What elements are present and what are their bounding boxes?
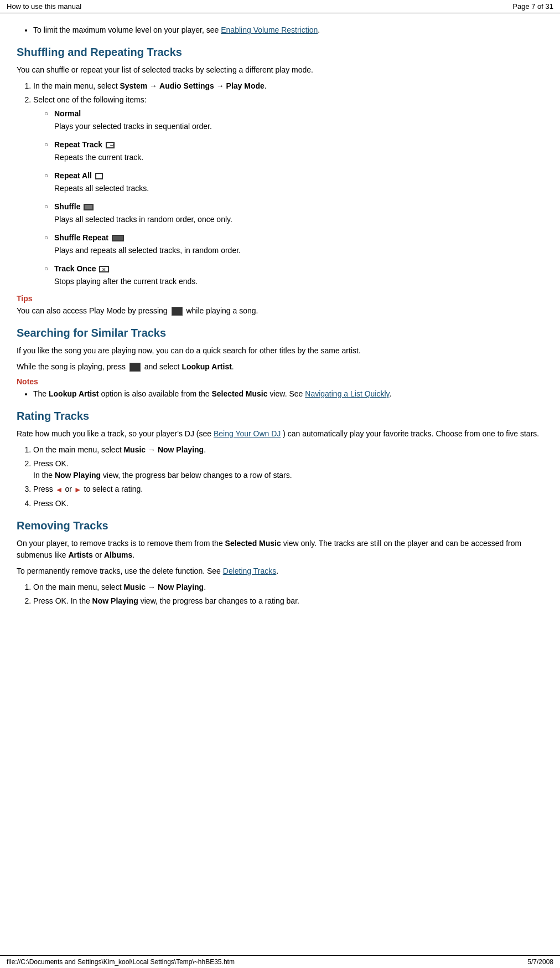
- footer-date: 5/7/2008: [527, 958, 553, 966]
- shuffling-sub-items: Normal Plays your selected tracks in seq…: [44, 108, 543, 287]
- notes-bullet-item: The Lookup Artist option is also availab…: [33, 388, 543, 400]
- repeat-track-icon: ↩: [106, 142, 115, 148]
- tips-label: Tips: [17, 294, 543, 303]
- removing-steps: On the main menu, select Music → Now Pla…: [33, 581, 543, 607]
- rating-intro: Rate how much you like a track, so your …: [17, 428, 543, 440]
- notes-label: Notes: [17, 377, 543, 386]
- searching-intro-p2: While the song is playing, press and sel…: [17, 361, 543, 373]
- shuffling-intro: You can shuffle or repeat your list of s…: [17, 64, 543, 76]
- sub-item-shuffle-repeat: Shuffle Repeat Plays and repeats all sel…: [44, 232, 543, 256]
- shuffle-repeat-icon: [112, 235, 124, 241]
- page-footer: file://C:\Documents and Settings\Kim_koo…: [0, 955, 560, 968]
- removing-step-2: Press OK. In the Now Playing view, the p…: [33, 595, 543, 607]
- shuffling-heading: Shuffling and Repeating Tracks: [17, 46, 543, 59]
- track-once-icon: ✕: [99, 266, 109, 272]
- rating-step-4: Press OK.: [33, 498, 543, 509]
- shuffling-section: Shuffling and Repeating Tracks You can s…: [17, 46, 543, 317]
- searching-heading: Searching for Similar Tracks: [17, 327, 543, 339]
- repeat-all-icon: [95, 173, 103, 179]
- searching-intro-p1: If you like the song you are playing now…: [17, 345, 543, 357]
- sub-item-repeat-all: Repeat All Repeats all selected tracks.: [44, 170, 543, 194]
- removing-intro-p2: To permanently remove tracks, use the de…: [17, 565, 543, 577]
- shuffling-step-2: Select one of the following items: Norma…: [33, 94, 543, 287]
- sub-item-normal: Normal Plays your selected tracks in seq…: [44, 108, 543, 132]
- footer-path: file://C:\Documents and Settings\Kim_koo…: [7, 958, 235, 966]
- rating-step-2: Press OK. In the Now Playing view, the p…: [33, 458, 543, 481]
- header-title: How to use this manual: [7, 2, 81, 11]
- shuffling-step-1: In the main menu, select System → Audio …: [33, 80, 543, 92]
- rating-section: Rating Tracks Rate how much you like a t…: [17, 410, 543, 509]
- removing-heading: Removing Tracks: [17, 519, 543, 532]
- enabling-volume-link[interactable]: Enabling Volume Restriction: [221, 25, 318, 34]
- deleting-tracks-link[interactable]: Deleting Tracks: [223, 567, 276, 575]
- rating-step-1: On the main menu, select Music → Now Pla…: [33, 444, 543, 456]
- being-own-dj-link[interactable]: Being Your Own DJ: [214, 429, 281, 438]
- rating-step-3: Press ◄ or ► to select a rating.: [33, 483, 543, 496]
- removing-section: Removing Tracks On your player, to remov…: [17, 519, 543, 607]
- removing-intro-p1: On your player, to remove tracks is to r…: [17, 538, 543, 561]
- notes-bullets: The Lookup Artist option is also availab…: [33, 388, 543, 400]
- shuffling-steps: In the main menu, select System → Audio …: [33, 80, 543, 287]
- sub-item-track-once: Track Once ✕ Stops playing after the cur…: [44, 263, 543, 287]
- play-mode-icon: [172, 307, 183, 316]
- shuffle-icon: [84, 204, 94, 210]
- tips-text: You can also access Play Mode by pressin…: [17, 305, 543, 317]
- lookup-icon: [129, 363, 141, 372]
- sub-item-repeat-track: Repeat Track ↩ Repeats the current track…: [44, 139, 543, 163]
- searching-section: Searching for Similar Tracks If you like…: [17, 327, 543, 400]
- rating-heading: Rating Tracks: [17, 410, 543, 423]
- removing-step-1: On the main menu, select Music → Now Pla…: [33, 581, 543, 593]
- sub-item-shuffle: Shuffle Plays all selected tracks in ran…: [44, 201, 543, 225]
- header-page: Page 7 of 31: [512, 2, 553, 11]
- intro-bullet: To limit the maximum volume level on you…: [33, 24, 543, 36]
- rating-steps: On the main menu, select Music → Now Pla…: [33, 444, 543, 509]
- navigating-list-link[interactable]: Navigating a List Quickly: [305, 389, 389, 398]
- page-header: How to use this manual Page 7 of 31: [0, 0, 560, 13]
